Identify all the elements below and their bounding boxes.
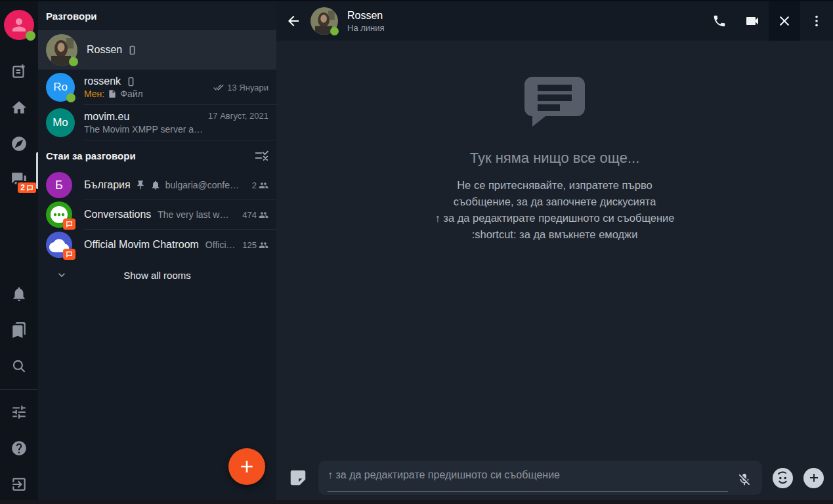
online-status-dot	[330, 27, 339, 35]
movim-app: 2 Разговори	[0, 0, 833, 504]
people-icon	[259, 210, 268, 220]
room-preview: Offici…	[205, 240, 236, 250]
avatar-initial: Б	[46, 172, 72, 198]
avatar: Mo	[46, 108, 75, 137]
row-divider	[84, 140, 276, 140]
room-item-conversations[interactable]: Conversations The very last w… 474	[38, 200, 276, 230]
sticker-note-button[interactable]	[288, 468, 308, 488]
more-vert-icon	[809, 14, 824, 28]
plus-circle-icon	[808, 472, 820, 484]
chats-button[interactable]: 2	[6, 167, 32, 193]
room-name: България	[84, 179, 131, 191]
room-item-bulgaria[interactable]: Б България bulgaria@confe… 2	[38, 171, 276, 200]
manage-rooms-icon[interactable]	[254, 149, 268, 162]
new-post-button[interactable]	[6, 58, 32, 85]
help-icon	[11, 440, 28, 457]
chat-bubble-glyph	[66, 220, 73, 228]
avatar	[46, 34, 77, 66]
bell-icon	[11, 285, 28, 303]
online-status-dot	[26, 31, 35, 41]
new-chat-fab[interactable]	[228, 448, 265, 485]
empty-state-hint: ↑ за да редактирате предишното си съобще…	[435, 210, 674, 226]
empty-chat-bubble-icon	[523, 76, 586, 129]
conversation-name: movim.eu	[84, 111, 129, 123]
read-receipt-icon	[213, 82, 224, 93]
emoji-picker-button[interactable]	[773, 468, 793, 488]
sidebar-rail: 2	[0, 1, 38, 504]
help-button[interactable]	[6, 435, 32, 461]
videocam-icon	[744, 13, 760, 29]
bottom-strip	[0, 500, 833, 504]
empty-state-hint: съобщение, за да започнете дискусията	[454, 194, 656, 210]
file-icon	[108, 89, 117, 98]
home-icon	[11, 99, 28, 116]
close-chat-button[interactable]	[769, 1, 800, 41]
message-input[interactable]	[328, 461, 728, 492]
attach-button[interactable]	[803, 468, 824, 488]
back-button[interactable]	[276, 1, 310, 41]
post-add-icon	[11, 63, 28, 80]
avatar-initials: Mo	[46, 108, 75, 137]
conversation-item-movim-eu[interactable]: Mo movim.eu The Movim XMPP server and re…	[38, 105, 276, 140]
empty-state-title: Тук няма нищо все още...	[470, 150, 640, 167]
panel-title-label: Разговори	[46, 10, 97, 22]
muc-badge	[63, 219, 75, 230]
video-call-button[interactable]	[736, 1, 769, 41]
member-count: 125	[242, 240, 268, 250]
online-status-dot	[66, 93, 75, 102]
pin-icon	[135, 180, 146, 190]
more-menu-button[interactable]	[800, 1, 833, 41]
search-button[interactable]	[6, 353, 32, 379]
mic-off-icon	[737, 472, 752, 487]
mobile-device-icon	[126, 77, 136, 87]
contact-status: На линия	[347, 23, 703, 33]
room-jid: bulgaria@confe…	[165, 180, 239, 190]
empty-state-hint: Не се притеснявайте, изпратете първо	[457, 177, 652, 194]
empty-chat-state: Тук няма нищо все още... Не се притесняв…	[276, 41, 833, 459]
member-count: 474	[242, 210, 268, 220]
voice-call-button[interactable]	[703, 1, 736, 41]
close-icon	[777, 14, 792, 28]
room-preview: The very last w…	[158, 209, 228, 220]
conversation-item-rossen[interactable]: Rossen	[38, 30, 276, 70]
conversation-name: Rossen	[87, 44, 122, 56]
compass-icon	[11, 135, 28, 152]
show-all-rooms-button[interactable]: Show all rooms	[38, 260, 276, 290]
notification-bell-icon	[150, 180, 161, 190]
message-composer	[276, 459, 833, 504]
bookmarks-icon	[11, 322, 28, 339]
last-message-preview: Файл	[120, 89, 142, 99]
rooms-section-header: Стаи за разговори	[38, 140, 276, 171]
search-icon	[11, 358, 28, 375]
logout-button[interactable]	[6, 471, 32, 497]
news-button[interactable]	[6, 317, 32, 343]
plus-icon	[238, 458, 255, 475]
avatar	[46, 201, 72, 228]
chat-bubble-glyph	[66, 251, 73, 258]
contact-avatar[interactable]	[310, 7, 338, 35]
home-button[interactable]	[6, 94, 32, 121]
settings-button[interactable]	[6, 399, 32, 425]
my-avatar[interactable]	[4, 10, 34, 40]
room-name: Conversations	[84, 209, 151, 220]
panel-title: Разговори	[38, 1, 276, 30]
rooms-section-title: Стаи за разговори	[46, 150, 136, 161]
tune-icon	[11, 404, 28, 421]
room-item-official-movim[interactable]: Official Movim Chatroom Offici… 125	[38, 230, 276, 260]
chat-area: Rossen На линия Тук няма н	[276, 1, 833, 504]
rail-divider	[0, 389, 38, 390]
arrow-back-icon	[286, 13, 301, 29]
people-icon	[259, 240, 268, 250]
conversation-item-rossenk[interactable]: Ro rossenk Мен: Файл 13 Януари	[38, 70, 276, 105]
explore-button[interactable]	[6, 131, 32, 157]
last-message-preview: The Movim XMPP server and related servi…	[84, 124, 204, 135]
avatar: Б	[46, 172, 72, 198]
exit-icon	[11, 476, 28, 493]
notifications-button[interactable]	[6, 281, 32, 307]
person-icon	[9, 15, 29, 35]
voice-record-button[interactable]	[728, 472, 756, 495]
conversations-panel: Разговори Rossen Ro	[38, 1, 276, 504]
message-input-container	[318, 461, 762, 495]
avatar: Ro	[46, 73, 75, 102]
chat-header: Rossen На линия	[276, 1, 833, 41]
